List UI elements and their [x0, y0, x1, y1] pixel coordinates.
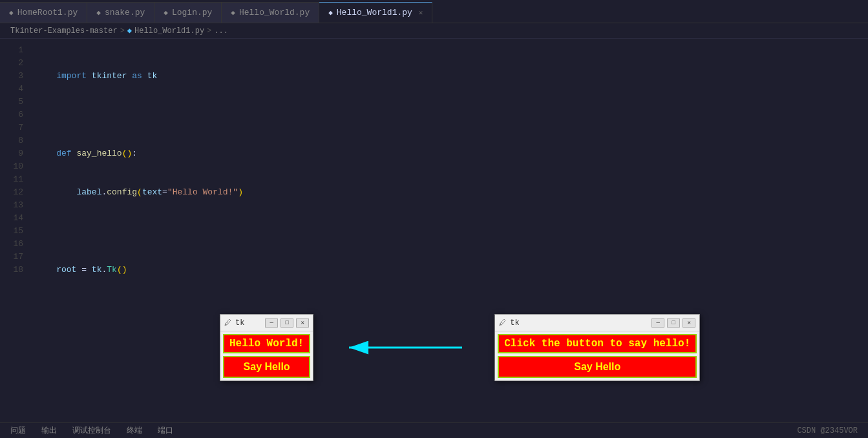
breadcrumb-file-icon: ◆	[127, 26, 132, 36]
tk-close-after[interactable]: ✕	[296, 318, 309, 328]
tab-helloworld1[interactable]: ◆ Hello_World1.py ✕	[319, 2, 432, 23]
tk-close-before[interactable]: ✕	[683, 318, 695, 328]
tk-window-before: 🖊 tk — □ ✕ Click the button to say hello…	[494, 314, 700, 381]
tk-title-text-before: tk	[510, 318, 519, 328]
code-editor: 1 2 3 4 5 6 7 8 9 10 11 12 13 14 15 16 1…	[0, 39, 868, 317]
tk-window-after: 🖊 tk — □ ✕ Hello World! Say Hello	[220, 314, 313, 381]
tab-icon-helloworld1: ◆	[328, 8, 333, 17]
tk-title-icon-before: 🖊	[499, 318, 506, 327]
status-item-ports[interactable]: 端口	[158, 425, 173, 436]
tab-label-snake: snake.py	[105, 8, 145, 17]
tab-label-helloworld1: Hello_World1.py	[337, 8, 412, 17]
tk-minimize-before[interactable]: —	[651, 318, 664, 328]
code-lines[interactable]: import tkinter as tk def say_hello(): la…	[31, 39, 868, 317]
tk-body-after: Hello World! Say Hello	[220, 331, 313, 381]
tk-title-left-after: 🖊 tk	[224, 318, 244, 328]
status-bar: 问题 输出 调试控制台 终端 端口 CSDN @2345VOR	[0, 422, 868, 438]
tk-minimize-after[interactable]: —	[265, 318, 278, 328]
tab-icon-homeroot1: ◆	[9, 8, 14, 17]
tk-controls-after: — □ ✕	[265, 318, 309, 328]
tk-button-after[interactable]: Say Hello	[223, 356, 310, 378]
tk-titlebar-after: 🖊 tk — □ ✕	[220, 315, 313, 331]
tk-label-before: Click the button to say hello!	[498, 334, 697, 353]
tk-title-left-before: 🖊 tk	[499, 318, 519, 328]
status-item-terminal[interactable]: 终端	[127, 425, 142, 436]
tk-body-before: Click the button to say hello! Say Hello	[495, 331, 699, 381]
code-line-3: def say_hello():	[31, 147, 868, 160]
tab-icon-helloworld: ◆	[231, 8, 235, 17]
code-line-1: import tkinter as tk	[31, 70, 868, 83]
tab-label-homeroot1: HomeRoot1.py	[17, 8, 78, 17]
breadcrumb: Tkinter-Examples-master > ◆ Hello_World1…	[0, 23, 868, 39]
tk-title-icon-after: 🖊	[224, 318, 231, 327]
status-item-problems[interactable]: 问题	[10, 425, 26, 436]
breadcrumb-part2: Hello_World1.py	[134, 26, 204, 36]
tab-helloworld[interactable]: ◆ Hello_World.py	[222, 2, 319, 23]
tk-controls-before: — □ ✕	[651, 318, 695, 328]
tab-label-helloworld: Hello_World.py	[239, 8, 310, 17]
code-line-4: label.config(text="Hello World!")	[31, 186, 868, 199]
breadcrumb-sep2: >	[207, 26, 211, 36]
tk-maximize-before[interactable]: □	[667, 318, 680, 328]
status-item-debug[interactable]: 调试控制台	[72, 425, 111, 436]
code-line-2	[31, 109, 868, 121]
arrow-container	[313, 331, 494, 364]
breadcrumb-sep1: >	[120, 26, 125, 36]
tk-button-before[interactable]: Say Hello	[498, 356, 697, 378]
breadcrumb-ellipsis: ...	[214, 26, 228, 36]
tk-title-text-after: tk	[235, 318, 244, 328]
status-right: CSDN @2345VOR	[797, 426, 858, 435]
tk-maximize-after[interactable]: □	[281, 318, 293, 328]
status-item-output[interactable]: 输出	[41, 425, 57, 436]
tab-bar: ◆ HomeRoot1.py ◆ snake.py ◆ Login.py ◆ H…	[0, 0, 868, 23]
tab-snake[interactable]: ◆ snake.py	[87, 2, 154, 23]
line-numbers: 1 2 3 4 5 6 7 8 9 10 11 12 13 14 15 16 1…	[0, 39, 31, 317]
tab-homeroot1[interactable]: ◆ HomeRoot1.py	[0, 2, 87, 23]
breadcrumb-part1: Tkinter-Examples-master	[10, 26, 118, 36]
tab-close-button[interactable]: ✕	[419, 8, 423, 17]
tab-label-login: Login.py	[172, 8, 212, 17]
tab-login[interactable]: ◆ Login.py	[154, 2, 222, 23]
tab-icon-snake: ◆	[96, 8, 101, 17]
tk-label-after: Hello World!	[223, 334, 310, 353]
tab-icon-login: ◆	[164, 8, 168, 17]
code-line-5	[31, 225, 868, 238]
arrow-svg	[339, 331, 469, 364]
tk-titlebar-before: 🖊 tk — □ ✕	[495, 315, 699, 331]
code-line-6: root = tk.Tk()	[31, 264, 868, 276]
preview-area: 🖊 tk — □ ✕ Hello World! Say Hello	[0, 296, 868, 399]
